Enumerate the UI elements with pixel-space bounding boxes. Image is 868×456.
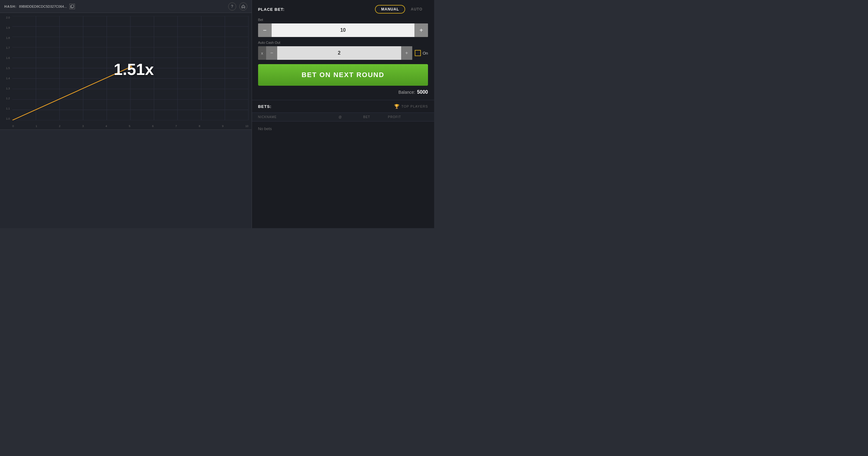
balance-row: Balance: 5000 (258, 89, 428, 95)
bet-input-row: − + (258, 24, 428, 37)
th-at: @ (339, 115, 363, 119)
bet-input[interactable] (272, 27, 414, 33)
balance-label: Balance: (398, 90, 415, 95)
mode-buttons: MANUAL AUTO (375, 5, 428, 13)
bet-next-round-button[interactable]: BET ON NEXT ROUND (258, 64, 428, 86)
hash-label: HASH: (4, 5, 17, 8)
x-axis: 0 1 2 3 4 5 6 7 8 9 10 (12, 125, 249, 128)
controls-section: PLACE BET: MANUAL AUTO Bet − + Auto Cash… (252, 0, 434, 100)
no-bets-message: No bets (252, 121, 434, 136)
trophy-icon: 🏆 (394, 104, 400, 109)
svg-rect-1 (71, 5, 74, 7)
controls-header: PLACE BET: MANUAL AUTO (258, 5, 428, 13)
on-toggle[interactable]: On (415, 50, 428, 56)
top-players-button[interactable]: 🏆 TOP PLAYERS (394, 104, 428, 109)
th-bet: BET (363, 115, 388, 119)
chart-panel: HASH: 89B8DDED8CDC5D327C064... ? (0, 0, 252, 228)
bets-header: BETS: 🏆 TOP PLAYERS (252, 100, 434, 113)
bets-section: BETS: 🏆 TOP PLAYERS NICKNAME @ BET PROFI… (252, 100, 434, 228)
hash-value: 89B8DDED8CDC5D327C064... (19, 5, 67, 8)
bet-plus-button[interactable]: + (414, 24, 428, 37)
svg-point-23 (129, 65, 132, 68)
right-panel: PLACE BET: MANUAL AUTO Bet − + Auto Cash… (252, 0, 434, 228)
x-badge: x (258, 46, 267, 60)
on-checkbox[interactable] (415, 50, 421, 56)
cashout-input-row: x − + (258, 46, 412, 60)
bottom-area (0, 129, 252, 228)
auto-cashout-row: x − + On (258, 46, 428, 60)
cashout-plus-button[interactable]: + (401, 46, 412, 60)
on-label: On (423, 51, 428, 56)
chart-svg-container (12, 16, 249, 120)
table-header: NICKNAME @ BET PROFIT (252, 113, 434, 121)
cashout-minus-button[interactable]: − (266, 46, 277, 60)
home-button[interactable] (239, 2, 247, 10)
cashout-input[interactable] (277, 46, 401, 60)
chart-header: HASH: 89B8DDED8CDC5D327C064... ? (0, 0, 252, 13)
chart-area: 2.0 1.9 1.8 1.7 1.6 1.5 1.4 1.3 1.2 1.1 … (0, 13, 252, 129)
hash-section: HASH: 89B8DDED8CDC5D327C064... (4, 4, 75, 9)
bets-section-label: BETS: (258, 104, 272, 109)
top-players-label: TOP PLAYERS (401, 104, 428, 108)
y-axis: 2.0 1.9 1.8 1.7 1.6 1.5 1.4 1.3 1.2 1.1 … (0, 16, 12, 120)
auto-cashout-label: Auto Cash Out (258, 41, 428, 44)
bet-field-label: Bet (258, 18, 428, 22)
manual-mode-button[interactable]: MANUAL (375, 5, 405, 13)
bet-minus-button[interactable]: − (258, 24, 272, 37)
th-profit: PROFIT (388, 115, 419, 119)
chart-header-right: ? (228, 2, 247, 10)
auto-mode-button[interactable]: AUTO (405, 5, 428, 13)
th-nickname: NICKNAME (258, 115, 339, 119)
balance-value: 5000 (417, 89, 428, 95)
copy-icon[interactable] (69, 4, 75, 9)
place-bet-label: PLACE BET: (258, 7, 285, 12)
help-button[interactable]: ? (228, 2, 236, 10)
